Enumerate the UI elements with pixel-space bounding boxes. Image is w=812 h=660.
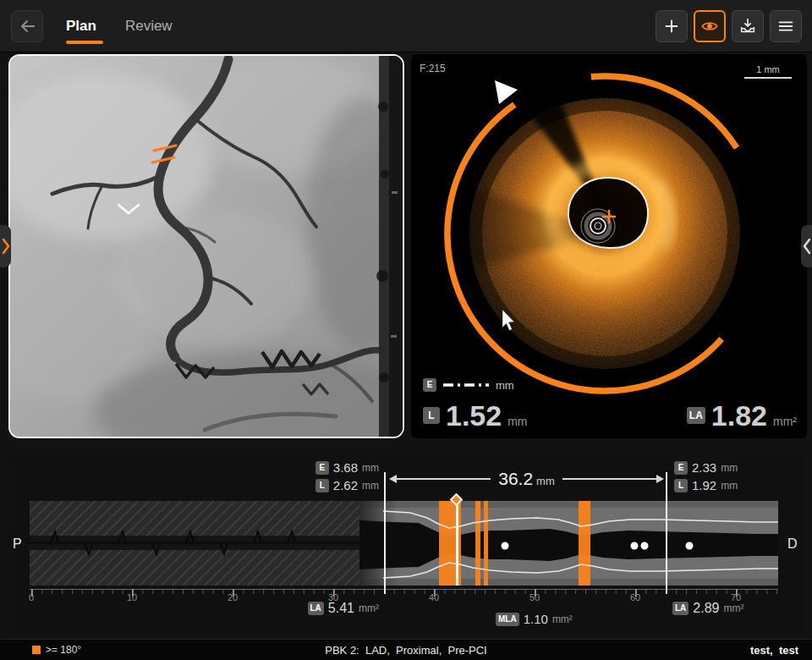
ruler-tick-label: 40 xyxy=(424,592,444,602)
app-root: Plan Review xyxy=(0,0,812,660)
mla-badge: MLA xyxy=(496,613,519,626)
main-tabs: Plan Review xyxy=(66,0,173,52)
frame-number-label: F:215 xyxy=(420,63,446,74)
proximal-lumen-value: 2.62 xyxy=(333,478,358,492)
distal-area-unit: mm² xyxy=(723,602,743,614)
measure-line xyxy=(397,478,491,480)
proximal-label: P xyxy=(13,536,22,552)
arrow-left-icon xyxy=(389,475,397,483)
eye-icon xyxy=(700,17,719,36)
active-tab-indicator xyxy=(66,41,103,44)
eel-unit: mm xyxy=(496,379,514,392)
lumen-diameter-value: 1.52 xyxy=(446,401,502,430)
patient-name: test, test xyxy=(750,644,798,657)
hamburger-menu-icon xyxy=(776,17,795,36)
proximal-lumen-unit: mm xyxy=(362,480,379,492)
right-drawer-handle[interactable] xyxy=(801,225,812,267)
distal-lumen-value: 1.92 xyxy=(692,478,716,492)
eel-measurement-row: E mm xyxy=(423,378,514,392)
tab-plan-label: Plan xyxy=(66,18,96,35)
lumen-diameter-measurement: L 1.52 mm xyxy=(423,401,528,430)
plus-icon xyxy=(662,17,681,36)
proximal-lumen-row: L 2.62 mm xyxy=(279,476,379,494)
distal-eel-row: E 2.33 mm xyxy=(674,459,774,476)
ruler-tick-label: 60 xyxy=(625,592,645,602)
proximal-eel-row: E 3.68 mm xyxy=(279,459,379,476)
proximal-reference-line[interactable] xyxy=(384,472,386,594)
mla-value: 1.10 xyxy=(524,612,548,626)
distal-label: D xyxy=(787,536,798,552)
back-button[interactable] xyxy=(11,10,43,42)
scale-bar: 1 mm xyxy=(744,64,792,79)
lumen-badge: L xyxy=(315,479,329,492)
distal-lumen-row: L 1.92 mm xyxy=(674,476,774,494)
measure-line xyxy=(562,478,656,480)
eel-badge: E xyxy=(674,461,688,475)
status-bar: >= 180° PBK 2: LAD, Proximal, Pre-PCI te… xyxy=(0,639,812,660)
angiogram-render xyxy=(10,56,403,437)
lumen-badge: L xyxy=(423,407,440,424)
chevron-right-icon xyxy=(1,236,11,256)
ruler-tick-label: 20 xyxy=(222,592,243,602)
angiography-image[interactable] xyxy=(8,54,404,438)
menu-button[interactable] xyxy=(770,10,802,42)
tab-review-label: Review xyxy=(125,18,173,35)
lumen-area-badge: LA xyxy=(687,407,705,424)
pullback-description: PBK 2: LAD, Proximal, Pre-PCI xyxy=(0,644,812,657)
lumen-area-measurement: LA 1.82 mm² xyxy=(687,401,797,430)
chevron-left-icon xyxy=(802,236,812,256)
oct-cross-section[interactable]: F:215 1 mm E mm L 1.52 mm LA 1.82 mm² xyxy=(411,54,807,438)
distal-eel-unit: mm xyxy=(721,462,738,474)
distal-area-label: LA 2.89 mm² xyxy=(672,601,743,616)
dashed-line-icon xyxy=(442,382,490,388)
mla-unit: mm² xyxy=(552,613,573,625)
ruler-tick-label: 50 xyxy=(524,592,545,602)
proximal-area-value: 5.41 xyxy=(328,601,354,616)
distal-lumen-unit: mm xyxy=(721,480,738,492)
proximal-area-unit: mm² xyxy=(359,602,379,614)
tab-plan[interactable]: Plan xyxy=(66,0,96,52)
lumen-badge: L xyxy=(674,479,688,492)
distal-eel-value: 2.33 xyxy=(692,460,716,475)
left-drawer-handle[interactable] xyxy=(0,225,11,267)
lumen-diameter-unit: mm xyxy=(508,415,527,428)
segment-length-measure: 36.2 mm xyxy=(389,470,664,488)
current-frame-line xyxy=(456,501,458,586)
back-arrow-icon xyxy=(17,16,37,36)
tab-review[interactable]: Review xyxy=(125,0,173,52)
area-badge: LA xyxy=(672,602,689,615)
export-icon xyxy=(738,17,757,36)
lumen-area-unit: mm² xyxy=(773,415,797,428)
proximal-area-label: LA 5.41 mm² xyxy=(279,601,379,616)
proximal-eel-value: 3.68 xyxy=(333,460,358,475)
segment-length-label: 36.2 mm xyxy=(498,469,555,489)
scale-bar-line xyxy=(744,77,792,79)
view-toggle-button[interactable] xyxy=(694,10,726,42)
frame-arrowhead-marker xyxy=(495,80,518,104)
segment-length-value: 36.2 xyxy=(498,469,533,489)
distal-reference-line[interactable] xyxy=(666,472,667,594)
lumen-area-value: 1.82 xyxy=(711,401,767,430)
segment-length-unit: mm xyxy=(536,475,555,487)
minimal-lumen-area-label: MLA 1.10 mm² xyxy=(496,612,573,626)
eel-badge: E xyxy=(423,378,436,392)
ruler-tick-label: 0 xyxy=(21,592,41,602)
distal-reference-labels: E 2.33 mm L 1.92 mm xyxy=(674,459,774,494)
add-button[interactable] xyxy=(656,10,688,42)
area-badge: LA xyxy=(308,602,324,615)
oct-measurements: L 1.52 mm LA 1.82 mm² xyxy=(423,401,797,430)
top-bar: Plan Review xyxy=(0,0,812,52)
proximal-eel-unit: mm xyxy=(362,462,379,474)
export-button[interactable] xyxy=(732,10,764,42)
scale-bar-label: 1 mm xyxy=(744,64,792,74)
eel-badge: E xyxy=(315,461,329,475)
arrow-right-icon xyxy=(656,475,664,483)
distal-area-value: 2.89 xyxy=(693,601,719,616)
proximal-reference-labels: E 3.68 mm L 2.62 mm xyxy=(279,459,379,494)
ruler-tick-label: 10 xyxy=(122,592,142,602)
top-bar-actions xyxy=(656,10,802,42)
